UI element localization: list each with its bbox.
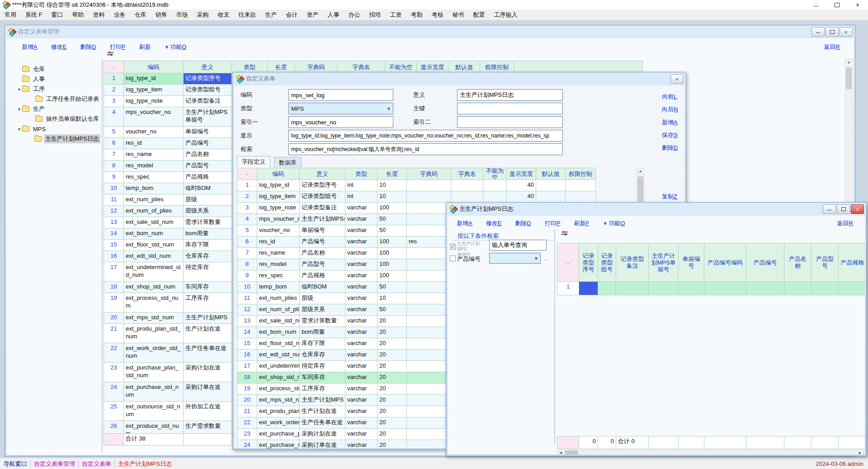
grid-row[interactable]: 2 log_type_item 记录类型组号 int 10 40 (237, 191, 596, 203)
type-cell[interactable]: varchar (345, 384, 377, 395)
code-cell[interactable]: voucher_no (257, 225, 300, 237)
meaning-cell[interactable]: 单据编号 (300, 225, 345, 237)
form-manager-titlebar[interactable]: 自定义表单管理 × (5, 25, 855, 38)
menu-item[interactable]: 会计 (282, 11, 302, 19)
code-cell[interactable]: ext_num_of_plies (124, 206, 184, 217)
meaning-cell[interactable]: 主生产计划MPS单据号 (300, 214, 345, 225)
type-cell[interactable]: varchar (345, 327, 377, 338)
expander-icon[interactable]: ▾ (16, 127, 22, 132)
menu-item[interactable]: 秘书 (448, 11, 469, 19)
type-cell[interactable]: varchar (345, 225, 377, 237)
meaning-cell[interactable]: 产品规格 (300, 270, 345, 282)
column-header[interactable]: 默认值 (536, 168, 566, 180)
meaning-cell[interactable]: 需求计算数量 (184, 217, 232, 228)
code-field[interactable] (288, 89, 393, 101)
tree-item[interactable]: 主生产计划MPS日志 (11, 134, 100, 144)
code-cell[interactable]: res_model (124, 161, 184, 172)
expander-icon[interactable]: ▾ (16, 87, 22, 92)
edit-button[interactable]: 修改E (486, 219, 502, 227)
column-header[interactable]: 类型 (345, 168, 377, 180)
empty-cell[interactable] (811, 282, 839, 295)
code-cell[interactable]: ext_sale_std_num (257, 316, 300, 327)
meaning-cell[interactable]: 采购计划在途 (184, 363, 232, 382)
meaning-cell[interactable]: 记录类型序号 (184, 73, 232, 85)
close-icon[interactable]: × (670, 74, 684, 84)
menu-item[interactable]: 收支 (213, 11, 234, 19)
code-cell[interactable]: ext_bom_num (124, 228, 184, 240)
code-cell[interactable]: ext_mps_std_num (257, 395, 300, 406)
length-cell[interactable]: 20 (377, 429, 407, 440)
column-header[interactable]: 不能为空 (483, 168, 507, 180)
meaning-cell[interactable]: 采购订单在途 (184, 382, 232, 402)
minimize-button[interactable] (806, 0, 826, 9)
function-button[interactable]: ▼功能O (164, 43, 186, 51)
code-cell[interactable]: mps_voucher_no (257, 214, 300, 225)
minimize-button[interactable] (811, 27, 825, 37)
column-header[interactable]: 长度 (377, 168, 407, 180)
type-cell[interactable]: int (345, 191, 377, 203)
meaning-cell[interactable]: bom用量 (300, 327, 345, 338)
column-header[interactable]: 主生产计划MPS单据号 (649, 243, 679, 282)
menu-item[interactable]: 考勤 (406, 11, 427, 19)
length-cell[interactable]: 10 (377, 180, 407, 191)
column-header[interactable]: 字典码 (295, 61, 338, 73)
menu-item[interactable]: 市场 (172, 11, 193, 19)
code-cell[interactable]: log_type_id (124, 73, 184, 85)
length-cell[interactable]: 100 (377, 270, 407, 282)
length-cell[interactable]: 10 (377, 191, 407, 203)
delete-button[interactable]: 删除D (80, 43, 96, 51)
scroll-up-icon[interactable]: ▲ (845, 60, 852, 64)
column-header[interactable]: - (557, 243, 579, 282)
column-header[interactable]: 权限控制 (480, 61, 514, 73)
length-cell[interactable]: 100 (377, 248, 407, 259)
column-header[interactable]: 长度 (268, 61, 295, 73)
menu-item[interactable]: 招培 (365, 11, 386, 19)
meaning-cell[interactable]: 单据编号 (184, 127, 232, 138)
dict-code-cell[interactable] (407, 191, 451, 203)
code-cell[interactable]: ext_purchase_std_num (257, 440, 300, 448)
meaning-cell[interactable]: 采购计划在途 (300, 429, 345, 440)
menu-item[interactable]: 考核 (427, 11, 448, 19)
type-cell[interactable]: varchar (345, 440, 377, 448)
type-cell[interactable]: varchar (345, 259, 377, 270)
mps-log-titlebar[interactable]: 主生产计划MPS日志 × (446, 203, 866, 215)
code-cell[interactable]: log_type_item (257, 191, 300, 203)
type-cell[interactable]: int (345, 180, 377, 191)
code-cell[interactable]: res_model (257, 259, 300, 270)
code-cell[interactable]: ext_num_plies (257, 293, 300, 304)
type-select[interactable]: MPS▼ (288, 103, 393, 114)
code-cell[interactable]: res_id (257, 237, 300, 248)
column-header[interactable]: 字典码 (407, 168, 451, 180)
dict-code-cell[interactable] (407, 259, 451, 270)
product-code-checkbox[interactable] (450, 256, 456, 261)
code-cell[interactable]: temp_bom (257, 282, 300, 293)
tree-item[interactable]: ▾ 工序 (11, 84, 100, 94)
code-cell[interactable]: ext_edt_std_num (124, 251, 184, 262)
code-cell[interactable]: ext_process_std_num (124, 293, 184, 313)
refresh-button[interactable]: 刷新 (139, 43, 151, 51)
meaning-cell[interactable]: 临时BOM (300, 282, 345, 293)
dict-code-cell[interactable] (407, 440, 451, 448)
dict-code-cell[interactable] (407, 180, 451, 191)
meaning-cell[interactable]: 记录类型组号 (300, 191, 345, 203)
dict-code-cell[interactable]: res (407, 237, 451, 248)
meaning-cell[interactable]: 产品名称 (300, 248, 345, 259)
column-header[interactable]: - (237, 168, 257, 180)
dict-code-cell[interactable] (407, 361, 451, 372)
code-cell[interactable]: res_id (124, 138, 184, 149)
swap-columns-icon[interactable] (106, 51, 114, 57)
length-cell[interactable]: 20 (377, 384, 407, 395)
grid-row[interactable]: 1 log_type_id 记录类型序号 int 10 40 (237, 180, 596, 191)
menu-item[interactable]: 资产 (302, 11, 323, 19)
column-header[interactable]: 单据编号 (679, 243, 704, 282)
length-cell[interactable]: 50 (377, 225, 407, 237)
dict-name-cell[interactable] (451, 191, 483, 203)
code-cell[interactable]: log_type_item (124, 85, 184, 96)
code-cell[interactable]: ext_floor_std_num (257, 338, 300, 350)
index2-field[interactable] (457, 116, 563, 128)
dict-code-cell[interactable] (407, 203, 451, 214)
not-null-cell[interactable] (483, 191, 507, 203)
column-header[interactable]: 编码 (257, 168, 300, 180)
maximize-button[interactable] (826, 0, 847, 9)
code-cell[interactable]: res_spec (124, 172, 184, 183)
